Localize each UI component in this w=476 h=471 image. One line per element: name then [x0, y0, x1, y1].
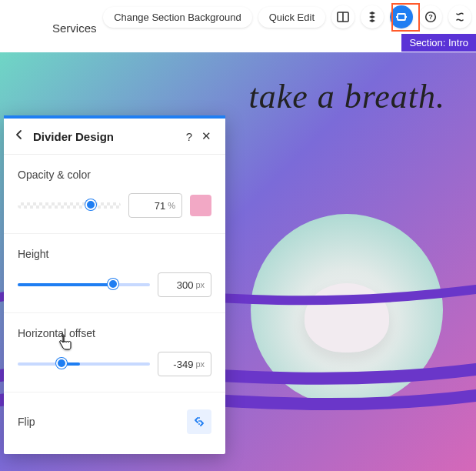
- layers-icon[interactable]: [361, 5, 384, 28]
- back-icon[interactable]: [10, 129, 28, 143]
- hero-heading: take a breath.: [0, 77, 445, 116]
- quick-edit-button[interactable]: Quick Edit: [258, 7, 325, 28]
- height-row: Height 300 px: [4, 234, 225, 313]
- flip-label: Flip: [18, 416, 35, 428]
- svg-rect-2: [398, 14, 405, 20]
- help-icon[interactable]: ?: [419, 5, 442, 28]
- height-slider[interactable]: [18, 277, 150, 292]
- height-value: 300: [177, 279, 194, 291]
- hoffset-input[interactable]: -349 px: [158, 352, 211, 376]
- panel-help-icon[interactable]: ?: [181, 130, 198, 143]
- opacity-slider[interactable]: [18, 198, 121, 213]
- panel-header: Divider Design ? ✕: [4, 119, 225, 155]
- opacity-value: 71: [155, 200, 165, 212]
- height-input[interactable]: 300 px: [158, 272, 211, 297]
- opacity-unit: %: [168, 201, 175, 210]
- divider-design-panel: Divider Design ? ✕ Opacity & color 71 % …: [4, 115, 225, 454]
- flip-button[interactable]: [187, 409, 211, 434]
- hoffset-label: Horizontal offset: [18, 327, 211, 339]
- height-label: Height: [18, 248, 211, 260]
- section-tag: Section: Intro: [401, 34, 476, 52]
- opacity-row: Opacity & color 71 %: [4, 155, 225, 234]
- change-section-background-button[interactable]: Change Section Background: [103, 7, 252, 28]
- nav-services[interactable]: Services: [52, 22, 97, 35]
- hoffset-unit: px: [195, 359, 205, 369]
- more-icon[interactable]: [448, 5, 471, 28]
- panel-title: Divider Design: [33, 130, 181, 143]
- flip-row: Flip: [4, 392, 225, 454]
- hoffset-value: -349: [173, 359, 193, 370]
- opacity-label: Opacity & color: [18, 169, 211, 181]
- color-swatch[interactable]: [190, 195, 211, 216]
- editor-toolbar: Change Section Background Quick Edit ?: [103, 5, 471, 28]
- opacity-input[interactable]: 71 %: [128, 193, 182, 218]
- hoffset-slider[interactable]: [18, 356, 150, 372]
- stretch-icon[interactable]: [390, 5, 413, 28]
- height-unit: px: [195, 280, 205, 289]
- close-icon[interactable]: ✕: [198, 129, 215, 143]
- hoffset-row: Horizontal offset -349 px: [4, 313, 225, 392]
- svg-text:?: ?: [428, 13, 433, 21]
- panel-layout-icon[interactable]: [331, 5, 355, 28]
